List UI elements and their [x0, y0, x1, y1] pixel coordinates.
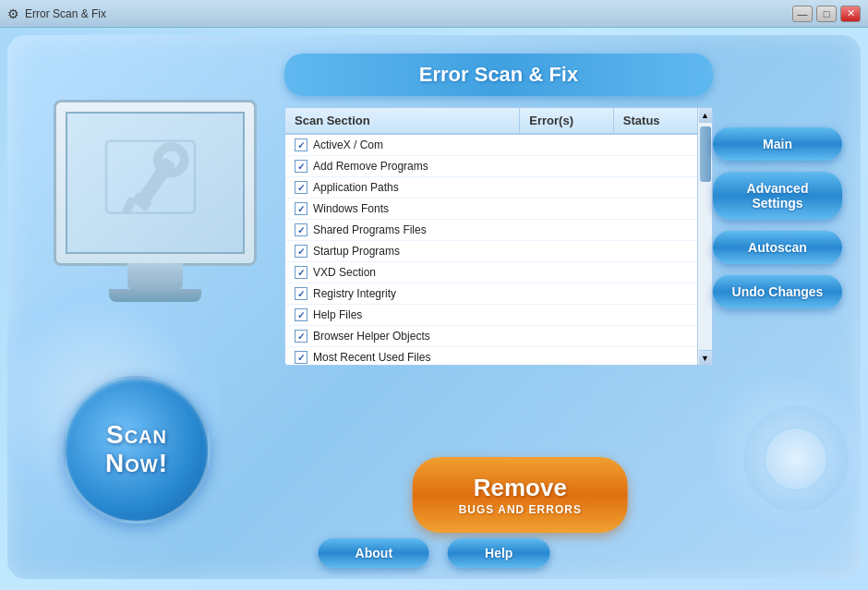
table-row[interactable]: Add Remove Programs	[285, 156, 712, 177]
scan-item-checkbox[interactable]	[295, 330, 307, 343]
title-bar: ⚙ Error Scan & Fix — □ ✕	[0, 0, 868, 28]
scan-item-cell: Startup Programs	[285, 241, 520, 261]
scan-item-label: Browser Helper Objects	[313, 330, 430, 343]
scrollbar[interactable]: ▲ ▼	[697, 108, 712, 365]
scan-errors-cell	[520, 262, 614, 283]
scan-errors-cell	[520, 283, 614, 305]
scan-item-label: ActiveX / Com	[313, 138, 383, 151]
table-row[interactable]: Application Paths	[285, 177, 712, 199]
app-title: Error Scan & Fix	[419, 63, 578, 86]
advanced-settings-button[interactable]: Advanced Settings	[713, 172, 842, 220]
scan-item-label: Shared Programs Files	[313, 223, 427, 236]
remove-sub-label: BUGS AND ERRORS	[459, 503, 582, 516]
window-title: Error Scan & Fix	[25, 7, 106, 20]
scan-table: Scan Section Error(s) Status ActiveX / C…	[285, 108, 712, 366]
app-title-bar: Error Scan & Fix	[284, 54, 713, 96]
table-row[interactable]: Help Files	[285, 305, 712, 326]
scan-item-cell: Registry Integrity	[285, 283, 520, 304]
minimize-button[interactable]: —	[792, 6, 813, 22]
about-button[interactable]: About	[319, 538, 429, 568]
scan-item-checkbox[interactable]	[295, 308, 307, 321]
autoscan-button[interactable]: Autoscan	[713, 231, 842, 264]
scan-item-checkbox[interactable]	[295, 287, 307, 300]
scan-item-label: VXD Section	[313, 266, 376, 279]
title-bar-left: ⚙ Error Scan & Fix	[7, 6, 106, 21]
scan-errors-cell	[520, 156, 614, 177]
scan-item-cell: ActiveX / Com	[285, 135, 520, 155]
deco-inner-circle	[764, 427, 828, 491]
scan-item-checkbox[interactable]	[295, 351, 307, 364]
maximize-button[interactable]: □	[816, 6, 837, 22]
scan-now-area: Scan Now!	[63, 376, 211, 524]
scan-item-label: Help Files	[313, 308, 362, 321]
scan-table-container: Scan Section Error(s) Status ActiveX / C…	[284, 107, 713, 366]
scan-errors-cell	[520, 305, 614, 326]
monitor-stand	[127, 263, 183, 291]
scan-now-line1: Scan	[106, 421, 167, 450]
scan-item-label: Application Paths	[313, 181, 399, 194]
table-row[interactable]: Most Recent Used Files	[285, 347, 712, 367]
scan-item-label: Startup Programs	[313, 245, 400, 258]
scan-errors-cell	[520, 199, 614, 220]
table-row[interactable]: ActiveX / Com	[285, 134, 712, 156]
col-scan-section: Scan Section	[285, 108, 520, 134]
col-errors: Error(s)	[520, 108, 614, 134]
close-button[interactable]: ✕	[840, 6, 861, 22]
scan-item-cell: Shared Programs Files	[285, 220, 520, 240]
table-row[interactable]: Shared Programs Files	[285, 220, 712, 241]
monitor	[54, 100, 257, 266]
table-row[interactable]: Windows Fonts	[285, 199, 712, 220]
remove-button-area: Remove BUGS AND ERRORS	[413, 457, 628, 533]
scan-errors-cell	[520, 220, 614, 241]
scan-item-cell: VXD Section	[285, 262, 520, 283]
table-row[interactable]: Browser Helper Objects	[285, 326, 712, 347]
scan-item-checkbox[interactable]	[295, 138, 307, 151]
scan-now-line2: Now!	[105, 450, 168, 478]
scroll-down-button[interactable]: ▼	[699, 350, 712, 365]
table-row[interactable]: Startup Programs	[285, 241, 712, 262]
scan-item-cell: Add Remove Programs	[285, 156, 520, 176]
scan-item-cell: Most Recent Used Files	[285, 347, 520, 366]
scan-item-label: Add Remove Programs	[313, 160, 428, 173]
scan-errors-cell	[520, 241, 614, 262]
scan-errors-cell	[520, 326, 614, 347]
title-bar-controls: — □ ✕	[792, 6, 861, 22]
scan-item-checkbox[interactable]	[295, 266, 307, 279]
scan-item-checkbox[interactable]	[295, 181, 307, 194]
scan-item-cell: Help Files	[285, 305, 520, 325]
outer-container: Error Scan & Fix Scan Section Error(s) S…	[7, 35, 861, 579]
remove-main-label: Remove	[459, 474, 582, 502]
scan-errors-cell	[520, 177, 614, 199]
monitor-base	[109, 289, 201, 302]
scan-item-checkbox[interactable]	[295, 245, 307, 258]
table-row[interactable]: Registry Integrity	[285, 283, 712, 305]
scan-errors-cell	[520, 134, 614, 156]
scan-item-label: Most Recent Used Files	[313, 351, 430, 364]
scan-item-checkbox[interactable]	[295, 160, 307, 173]
deco-circle-right	[741, 403, 851, 514]
right-nav-buttons: Main Advanced Settings Autoscan Undo Cha…	[713, 127, 842, 308]
app-icon: ⚙	[7, 6, 19, 21]
scan-item-checkbox[interactable]	[295, 202, 307, 215]
main-button[interactable]: Main	[713, 127, 842, 161]
scan-item-label: Registry Integrity	[313, 287, 396, 300]
main-body: Error Scan & Fix Scan Section Error(s) S…	[0, 28, 868, 590]
computer-illustration	[35, 90, 284, 395]
table-header-row: Scan Section Error(s) Status	[285, 108, 712, 134]
scan-item-checkbox[interactable]	[295, 223, 307, 236]
table-row[interactable]: VXD Section	[285, 262, 712, 283]
remove-button[interactable]: Remove BUGS AND ERRORS	[413, 457, 628, 533]
bottom-buttons: About Help	[319, 538, 550, 568]
undo-changes-button[interactable]: Undo Changes	[713, 275, 842, 308]
scan-item-cell: Application Paths	[285, 177, 520, 198]
scan-item-cell: Windows Fonts	[285, 199, 520, 219]
scan-errors-cell	[520, 347, 614, 367]
scan-item-label: Windows Fonts	[313, 202, 389, 215]
scroll-thumb[interactable]	[700, 126, 711, 182]
wrench-icon	[95, 132, 206, 243]
monitor-screen	[66, 112, 245, 254]
scroll-up-button[interactable]: ▲	[699, 108, 712, 123]
scan-now-button[interactable]: Scan Now!	[63, 376, 211, 524]
scan-item-cell: Browser Helper Objects	[285, 326, 520, 346]
help-button[interactable]: Help	[448, 538, 549, 568]
